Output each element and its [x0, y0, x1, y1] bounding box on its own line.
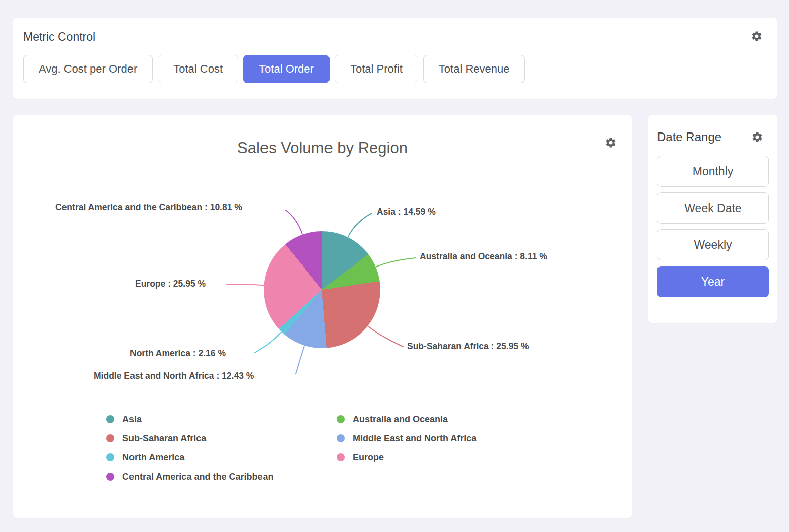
legend-item-sub-saharan-africa[interactable]: Sub-Saharan Africa [106, 429, 273, 448]
pie-label-middle-east-and-north-africa: Middle East and North Africa : 12.43 % [94, 371, 254, 381]
leader-line-middle-east-and-north-africa [296, 346, 304, 374]
date-range-button-column: Monthly Week Date Weekly Year [657, 156, 769, 297]
pie-label-sub-saharan-africa: Sub-Saharan Africa : 25.95 % [407, 341, 529, 352]
legend-column-right: Australia and Oceania Middle East and No… [337, 410, 476, 467]
leader-line-asia [348, 213, 372, 237]
settings-gear-icon[interactable] [751, 30, 763, 42]
leader-line-australia-and-oceania [376, 258, 416, 267]
legend-dot-asia [106, 415, 114, 423]
legend-item-central-america[interactable]: Central America and the Caribbean [106, 467, 273, 486]
pie-label-asia: Asia : 14.59 % [377, 207, 436, 217]
legend-dot-north-america [106, 453, 114, 461]
legend-label-middle-east-and-north-africa: Middle East and North Africa [353, 433, 476, 444]
date-range-button-weekly[interactable]: Weekly [657, 229, 769, 260]
leader-line-europe [227, 284, 263, 285]
legend-dot-australia-and-oceania [337, 415, 345, 423]
metric-control-card: Metric Control Avg. Cost per Order Total… [13, 18, 777, 99]
sales-volume-chart-card: Sales Volume by Region Asia : 14.59 % Au… [13, 115, 632, 518]
legend-label-asia: Asia [122, 414, 142, 425]
date-range-button-week-date[interactable]: Week Date [657, 192, 769, 224]
legend-item-asia[interactable]: Asia [106, 410, 273, 429]
gear-icon [751, 131, 763, 143]
gear-icon [605, 137, 617, 149]
metric-control-title: Metric Control [23, 30, 95, 44]
date-range-button-year[interactable]: Year [657, 266, 769, 297]
pie-label-north-america: North America : 2.16 % [130, 348, 226, 359]
metric-button-total-revenue[interactable]: Total Revenue [423, 55, 525, 83]
gear-icon [751, 30, 763, 42]
legend-item-middle-east-and-north-africa[interactable]: Middle East and North Africa [337, 429, 476, 448]
leader-line-central-america [286, 210, 302, 234]
date-range-button-monthly[interactable]: Monthly [657, 156, 769, 187]
legend-item-australia-and-oceania[interactable]: Australia and Oceania [337, 410, 476, 429]
legend-item-europe[interactable]: Europe [337, 448, 476, 467]
legend-dot-sub-saharan-africa [106, 434, 114, 442]
date-range-card: Date Range Monthly Week Date Weekly Year [648, 115, 777, 323]
legend-label-north-america: North America [122, 452, 184, 463]
date-range-settings-gear-icon[interactable] [751, 131, 763, 143]
pie-label-europe: Europe : 25.95 % [135, 279, 206, 289]
legend-dot-middle-east-and-north-africa [337, 434, 345, 442]
leader-line-north-america [255, 332, 281, 353]
legend-dot-central-america [106, 473, 114, 481]
chart-settings-gear-icon[interactable] [605, 137, 617, 149]
metric-button-total-cost[interactable]: Total Cost [158, 55, 238, 83]
legend-label-sub-saharan-africa: Sub-Saharan Africa [122, 433, 206, 444]
legend-label-central-america: Central America and the Caribbean [122, 472, 273, 482]
legend-column-left: Asia Sub-Saharan Africa North America Ce… [106, 410, 273, 486]
legend-label-europe: Europe [353, 452, 384, 463]
leader-line-sub-saharan-africa [368, 326, 403, 347]
date-range-title: Date Range [657, 130, 721, 144]
pie-label-central-america: Central America and the Caribbean : 10.8… [55, 202, 242, 213]
metric-button-total-profit[interactable]: Total Profit [335, 55, 418, 83]
chart-title: Sales Volume by Region [13, 139, 632, 157]
legend-label-australia-and-oceania: Australia and Oceania [353, 414, 448, 425]
legend-dot-europe [337, 453, 345, 461]
legend-item-north-america[interactable]: North America [106, 448, 273, 467]
metric-button-row: Avg. Cost per Order Total Cost Total Ord… [23, 55, 763, 83]
pie-label-australia-and-oceania: Australia and Oceania : 8.11 % [420, 251, 547, 262]
pie-chart[interactable] [264, 231, 380, 348]
metric-button-avg-cost-per-order[interactable]: Avg. Cost per Order [23, 55, 153, 83]
metric-button-total-order[interactable]: Total Order [243, 55, 330, 83]
